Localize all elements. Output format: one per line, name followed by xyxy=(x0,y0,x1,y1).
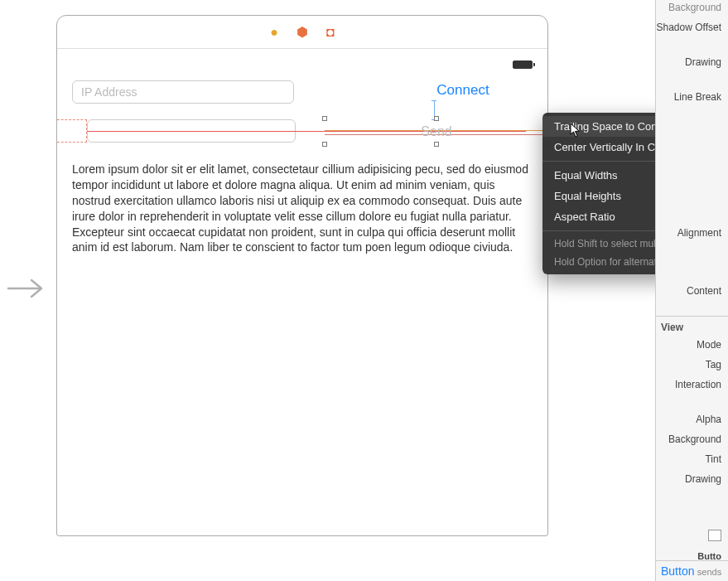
toolbar: ● ⬢ ◘ xyxy=(57,16,547,49)
inspector-panel[interactable]: Background Shadow Offset Drawing Line Br… xyxy=(655,0,728,581)
inspector-label-tint: Tint xyxy=(656,449,728,469)
resize-handle[interactable] xyxy=(322,116,327,121)
inspector-label-interaction: Interaction xyxy=(656,375,728,395)
lorem-textview[interactable]: Lorem ipsum dolor sit er elit lamet, con… xyxy=(72,162,534,255)
resize-handle[interactable] xyxy=(434,142,439,147)
object-library-item[interactable]: Button sends xyxy=(656,560,728,581)
connect-button[interactable]: Connect xyxy=(388,82,538,99)
inspector-label-line-break: Line Break xyxy=(656,87,728,107)
inspector-label-drawing2: Drawing xyxy=(656,469,728,489)
warning-icon[interactable]: ● xyxy=(268,26,281,39)
inspector-label-background2: Background xyxy=(656,429,728,449)
ip-address-field[interactable]: IP Address xyxy=(72,80,294,104)
inspector-label-tag: Tag xyxy=(656,355,728,375)
resize-handle[interactable] xyxy=(434,116,439,121)
interface-builder-canvas[interactable]: ● ⬢ ◘ IP Address Connect Send Lorem ipsu… xyxy=(56,15,548,536)
ip-placeholder: IP Address xyxy=(81,85,137,99)
resize-handle[interactable] xyxy=(322,142,327,147)
inspector-section-view: View xyxy=(656,316,728,335)
send-button-selected[interactable]: Send xyxy=(325,119,548,144)
inspector-label-background: Background xyxy=(656,0,728,17)
send-button-label: Send xyxy=(325,124,548,139)
object-subtitle: sends xyxy=(697,567,721,577)
inspector-label-alignment: Alignment xyxy=(656,223,728,243)
inspector-label-mode: Mode xyxy=(656,335,728,355)
checkbox-icon[interactable] xyxy=(708,530,721,541)
battery-icon xyxy=(513,61,533,69)
cube-icon[interactable]: ⬢ xyxy=(296,26,309,39)
inspector-label-content: Content xyxy=(656,281,728,301)
inspector-label-shadow-offset: Shadow Offset xyxy=(656,17,728,37)
exit-icon[interactable]: ◘ xyxy=(324,26,337,39)
object-name: Button xyxy=(661,564,694,578)
inspector-label-drawing: Drawing xyxy=(656,52,728,72)
arrow-icon xyxy=(7,277,45,303)
inspector-label-alpha: Alpha xyxy=(656,409,728,429)
dashed-selection-icon xyxy=(57,119,87,143)
